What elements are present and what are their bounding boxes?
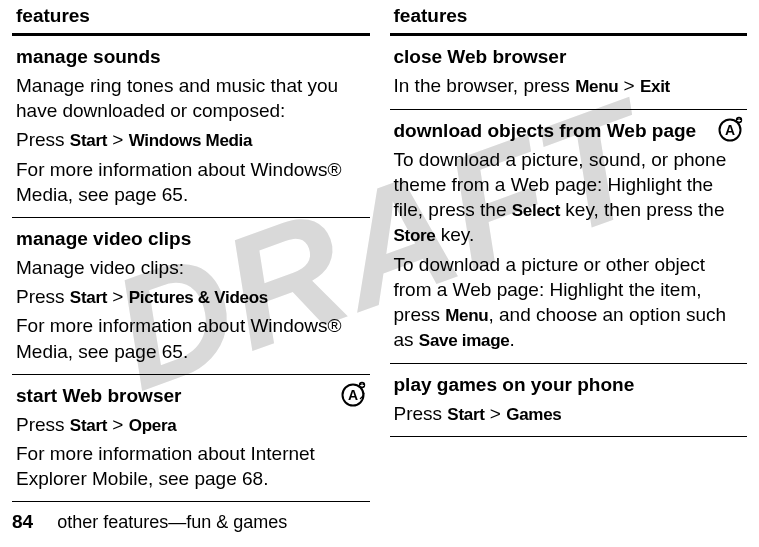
cell-body: To download a picture or other object fr… (394, 252, 744, 353)
cell-download-objects: A+ download objects from Web page To dow… (390, 110, 748, 364)
cell-press-line: Press Start > Windows Media (16, 127, 366, 152)
svg-text:A: A (347, 387, 357, 403)
cell-close-browser: close Web browser In the browser, press … (390, 36, 748, 110)
svg-text:+: + (737, 117, 741, 124)
cell-body: Manage ring tones and music that you hav… (16, 73, 366, 123)
cell-body: To download a picture, sound, or phone t… (394, 147, 744, 248)
page-footer: 84other features—fun & games (12, 511, 287, 533)
cell-press-line: Press Start > Pictures & Videos (16, 284, 366, 309)
separator: > (618, 75, 640, 96)
separator: > (107, 414, 129, 435)
press-label: Press (394, 403, 448, 424)
cell-manage-video: manage video clips Manage video clips: P… (12, 218, 370, 375)
cell-title: manage sounds (16, 44, 366, 69)
svg-text:+: + (359, 382, 363, 389)
cell-body: For more information about Windows® Medi… (16, 313, 366, 363)
separator: > (107, 286, 129, 307)
body-text: In the browser, press (394, 75, 576, 96)
cell-body: For more information about Internet Expl… (16, 441, 366, 491)
body-text: key, then press the (560, 199, 724, 220)
menu-path: Exit (640, 77, 670, 96)
features-header-left: features (12, 4, 370, 36)
page-content: features manage sounds Manage ring tones… (0, 0, 759, 502)
cell-body: In the browser, press Menu > Exit (394, 73, 744, 98)
cell-body: Manage video clips: (16, 255, 366, 280)
cell-press-line: Press Start > Games (394, 401, 744, 426)
cell-title: manage video clips (16, 226, 366, 251)
network-a-icon: A+ (340, 381, 366, 407)
features-header-right: features (390, 4, 748, 36)
menu-path: Start (447, 405, 484, 424)
cell-title: play games on your phone (394, 372, 744, 397)
cell-title: start Web browser (16, 383, 366, 408)
menu-key: Store (394, 226, 436, 245)
cell-title: close Web browser (394, 44, 744, 69)
left-column: features manage sounds Manage ring tones… (12, 4, 370, 502)
menu-key: Select (512, 201, 560, 220)
cell-manage-sounds: manage sounds Manage ring tones and musi… (12, 36, 370, 218)
menu-key: Menu (445, 306, 488, 325)
menu-path: Start (70, 288, 107, 307)
menu-path: Windows Media (129, 131, 252, 150)
press-label: Press (16, 129, 70, 150)
body-text: . (509, 329, 514, 350)
menu-key: Save image (419, 331, 510, 350)
cell-start-browser: A+ start Web browser Press Start > Opera… (12, 375, 370, 503)
cell-play-games: play games on your phone Press Start > G… (390, 364, 748, 438)
separator: > (107, 129, 129, 150)
right-column: features close Web browser In the browse… (390, 4, 748, 502)
press-label: Press (16, 414, 70, 435)
cell-body: For more information about Windows® Medi… (16, 157, 366, 207)
menu-path: Games (506, 405, 561, 424)
cell-press-line: Press Start > Opera (16, 412, 366, 437)
menu-path: Opera (129, 416, 177, 435)
section-title: other features—fun & games (57, 512, 287, 532)
cell-title: download objects from Web page (394, 118, 744, 143)
page-number: 84 (12, 511, 33, 532)
svg-text:A: A (725, 122, 735, 138)
menu-path: Start (70, 416, 107, 435)
menu-path: Menu (575, 77, 618, 96)
body-text: key. (435, 224, 474, 245)
network-a-icon: A+ (717, 116, 743, 142)
menu-path: Start (70, 131, 107, 150)
separator: > (485, 403, 507, 424)
menu-path: Pictures & Videos (129, 288, 268, 307)
press-label: Press (16, 286, 70, 307)
